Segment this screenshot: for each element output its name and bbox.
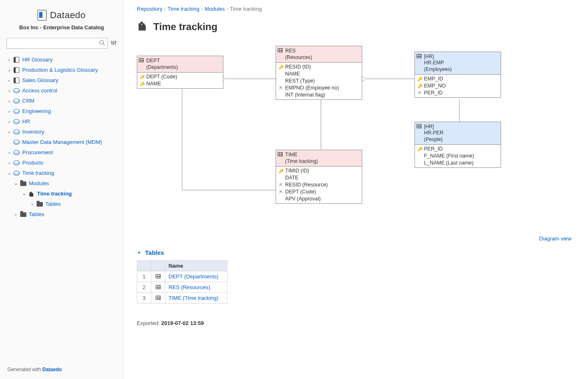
folder-icon — [20, 181, 26, 186]
book-icon — [13, 78, 20, 83]
chevron-icon: › — [7, 57, 12, 62]
brand-text: Dataedo — [50, 10, 86, 21]
tree-item-procurement[interactable]: ›Procurement — [5, 147, 118, 158]
tree-item-label: Tables — [29, 211, 118, 217]
tree-item-access-control[interactable]: ›Access control — [5, 85, 118, 96]
table-icon — [278, 48, 283, 54]
erd-table-dept[interactable]: DEPT(Departments)🔑DEPT (Code)🔑NAME — [137, 56, 223, 89]
svg-point-3 — [111, 41, 112, 42]
sidebar: Dataedo Box Inc - Enterprise Data Catalo… — [0, 0, 124, 379]
tables-section-header[interactable]: ▾ Tables — [137, 249, 575, 256]
chevron-icon: ⌄ — [7, 170, 12, 176]
puzzle-icon — [28, 191, 35, 197]
db-icon — [13, 119, 20, 124]
svg-line-1 — [103, 44, 105, 45]
erd-table-res[interactable]: RES(Resources)🔑RESID (ID)NAMEREST (Type)… — [276, 46, 362, 100]
erd-table-hr-per[interactable]: [HR]HR.PER(People)🔑PER_IDF_NAME (First n… — [415, 122, 501, 168]
tree-item-modules[interactable]: ⌄Modules — [5, 178, 118, 188]
erd-table-hr-emp[interactable]: [HR]HR.EMP(Employees)🔑EMP_ID🔑EMP_NO⇱PER_… — [415, 52, 501, 98]
key-icon: 🔑 — [140, 75, 145, 79]
tree-item-label: CRM — [22, 98, 118, 104]
main-content: Repository›Time tracking›Modules›Time tr… — [124, 0, 588, 379]
table-row[interactable]: 3TIME (Time tracking) — [137, 293, 227, 304]
erd-column: 🔑PER_ID — [415, 146, 501, 153]
db-icon — [13, 109, 20, 114]
tree-item-label: Access control — [22, 87, 118, 94]
erd-column: DATE — [276, 174, 362, 181]
tree-item-label: Procurement — [22, 149, 118, 155]
chevron-icon: ⌄ — [13, 181, 18, 186]
erd-column: ⇱EMPNO (Employee no) — [276, 85, 362, 92]
chevron-icon: ⌄ — [21, 191, 26, 196]
db-icon — [13, 171, 20, 176]
table-header-name: Name — [165, 261, 227, 271]
book-icon — [13, 57, 20, 63]
svg-point-5 — [113, 43, 115, 44]
chevron-icon: › — [7, 109, 12, 114]
breadcrumb-item[interactable]: Time tracking — [167, 6, 199, 12]
chevron-icon: › — [7, 119, 12, 124]
table-link[interactable]: TIME (Time tracking) — [169, 295, 218, 301]
svg-point-0 — [100, 40, 103, 44]
brand-logo[interactable]: Dataedo — [37, 10, 86, 21]
tree-item-crm[interactable]: ›CRM — [5, 96, 118, 106]
table-icon — [156, 285, 161, 289]
db-icon — [13, 99, 20, 104]
page-title: Time tracking — [153, 21, 218, 33]
fk-icon: ⇱ — [279, 86, 283, 90]
tree-item-tables[interactable]: ›Tables — [5, 199, 118, 209]
erd-column: F_NAME (First name) — [415, 153, 501, 160]
tree-item-label: Time tracking — [22, 170, 118, 176]
db-icon — [13, 88, 20, 93]
table-icon — [156, 296, 161, 300]
tree-item-time-tracking[interactable]: ⌄Time tracking — [5, 188, 118, 199]
chevron-icon: › — [7, 99, 12, 104]
tree-item-label: Modules — [29, 180, 118, 186]
key-icon: 🔑 — [417, 84, 422, 88]
tree-item-label: Production & Logistics Glossary — [22, 67, 118, 73]
table-icon — [156, 274, 161, 278]
table-row[interactable]: 1DEPT (Departments) — [137, 271, 227, 282]
tree-item-label: Products — [22, 160, 118, 166]
chevron-icon: › — [7, 160, 12, 165]
folder-icon — [36, 201, 43, 207]
chevron-icon: › — [7, 150, 12, 155]
tree-item-tables[interactable]: ›Tables — [5, 209, 118, 219]
erd-column: REST (Type) — [276, 78, 362, 85]
svg-point-7 — [115, 41, 116, 42]
diagram-view-link[interactable]: Diagram view — [539, 235, 572, 242]
tree-item-products[interactable]: ›Products — [5, 158, 118, 168]
erd-column: 🔑EMP_NO — [415, 82, 501, 89]
table-link[interactable]: DEPT (Departments) — [169, 273, 218, 280]
erd-column: ⇱PER_ID — [415, 89, 501, 97]
book-icon — [13, 67, 20, 73]
db-icon — [13, 160, 20, 165]
tree-item-time-tracking[interactable]: ⌄Time tracking — [5, 168, 118, 178]
table-row[interactable]: 2RES (Resources) — [137, 282, 227, 293]
chevron-icon: › — [7, 129, 12, 134]
key-icon: 🔑 — [140, 82, 145, 86]
tree-item-hr[interactable]: ›HR — [5, 116, 118, 127]
key-icon: 🔑 — [417, 77, 422, 81]
tree-item-inventory[interactable]: ›Inventory — [5, 127, 118, 137]
chevron-icon: › — [13, 212, 18, 217]
breadcrumb-item[interactable]: Modules — [204, 6, 225, 12]
erd-column: 🔑TIMID (ID) — [276, 167, 362, 174]
tree-item-hr-glossary[interactable]: ›HR Glossary — [5, 54, 118, 65]
erd-column: L_NAME (Last name) — [415, 160, 501, 167]
filter-icon[interactable] — [111, 40, 117, 47]
tree-item-production-logistics-glossary[interactable]: ›Production & Logistics Glossary — [5, 65, 118, 75]
search-icon[interactable] — [99, 40, 105, 47]
table-link[interactable]: RES (Resources) — [169, 284, 210, 290]
db-icon — [13, 129, 20, 134]
db-icon — [13, 140, 20, 145]
brand-icon — [37, 10, 47, 21]
erd-table-time[interactable]: TIME(Time tracking)🔑TIMID (ID)DATE⇱RESID… — [276, 150, 362, 204]
breadcrumb-item[interactable]: Repository — [137, 6, 162, 12]
tree-item-engineering[interactable]: ›Engineering — [5, 106, 118, 116]
erd-column: INT (Internal flag) — [276, 92, 362, 99]
search-input[interactable] — [7, 38, 108, 49]
tree-item-master-data-management-mdm-[interactable]: Master Data Management (MDM) — [5, 137, 118, 147]
tree-item-sales-glossary[interactable]: ›Sales Glossary — [5, 75, 118, 85]
tables-list: Name 1DEPT (Departments)2RES (Resources)… — [137, 260, 227, 304]
